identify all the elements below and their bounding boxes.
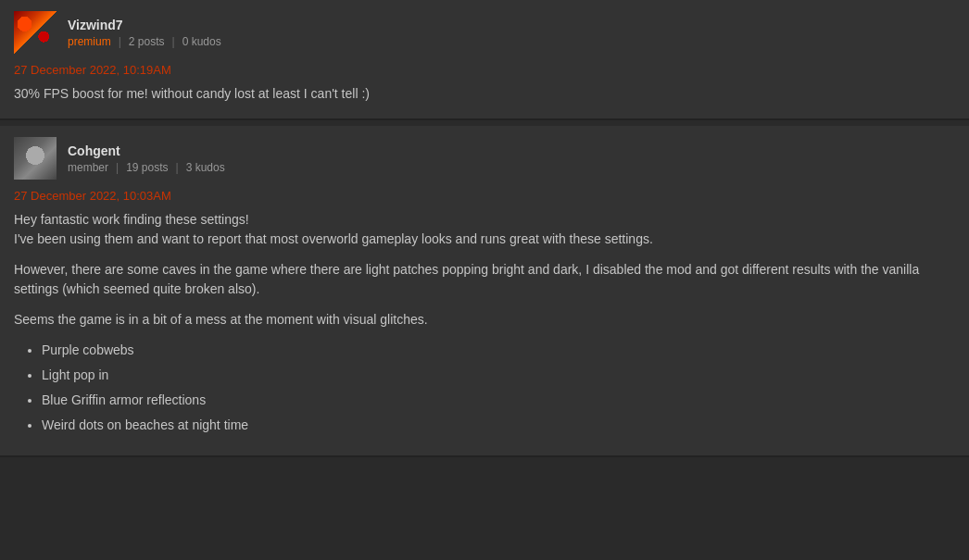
- post-1-user-info: Vizwind7 premium | 2 posts | 0 kudos: [68, 18, 221, 48]
- post-2-sep2: |: [176, 161, 179, 174]
- post-2-username: Cohgent: [68, 143, 225, 158]
- posts-container: Vizwind7 premium | 2 posts | 0 kudos 27 …: [0, 0, 969, 457]
- post-1-content: 30% FPS boost for me! without candy lost…: [14, 84, 955, 104]
- post-1-badge: premium: [68, 35, 111, 48]
- post-1-header: Vizwind7 premium | 2 posts | 0 kudos: [14, 11, 955, 54]
- post-1-avatar: [14, 11, 57, 54]
- list-item-0: Purple cobwebs: [42, 341, 955, 360]
- list-item-2: Blue Griffin armor reflections: [42, 391, 955, 410]
- post-2-kudos-count: 3 kudos: [186, 161, 225, 174]
- post-2-list: Purple cobwebs Light pop in Blue Griffin…: [14, 341, 955, 435]
- post-2-header: Cohgent member | 19 posts | 3 kudos: [14, 137, 955, 180]
- post-2-timestamp: 27 December 2022, 10:03AM: [14, 189, 955, 203]
- post-1-kudos-count: 0 kudos: [182, 35, 221, 48]
- post-1-sep2: |: [172, 35, 175, 48]
- post-2: Cohgent member | 19 posts | 3 kudos 27 D…: [0, 126, 969, 457]
- post-1: Vizwind7 premium | 2 posts | 0 kudos 27 …: [0, 0, 969, 120]
- post-2-meta: member | 19 posts | 3 kudos: [68, 161, 225, 174]
- post-1-username: Vizwind7: [68, 18, 221, 32]
- list-item-3: Weird dots on beaches at night time: [42, 416, 955, 435]
- post-1-posts-count: 2 posts: [129, 35, 165, 48]
- post-2-paragraph-0: Hey fantastic work finding these setting…: [14, 210, 955, 249]
- post-1-meta: premium | 2 posts | 0 kudos: [68, 35, 221, 48]
- post-2-paragraph-1: However, there are some caves in the gam…: [14, 260, 955, 299]
- post-1-paragraph-0: 30% FPS boost for me! without candy lost…: [14, 84, 955, 104]
- post-2-badge: member: [68, 161, 108, 174]
- post-2-user-info: Cohgent member | 19 posts | 3 kudos: [68, 143, 225, 174]
- post-2-posts-count: 19 posts: [126, 161, 168, 174]
- post-2-avatar: [14, 137, 57, 180]
- post-1-sep1: |: [119, 35, 121, 48]
- post-2-sep1: |: [116, 161, 119, 174]
- post-1-timestamp: 27 December 2022, 10:19AM: [14, 63, 955, 77]
- list-item-1: Light pop in: [42, 366, 955, 385]
- post-2-paragraph-2: Seems the game is in a bit of a mess at …: [14, 310, 955, 330]
- post-2-content: Hey fantastic work finding these setting…: [14, 210, 955, 435]
